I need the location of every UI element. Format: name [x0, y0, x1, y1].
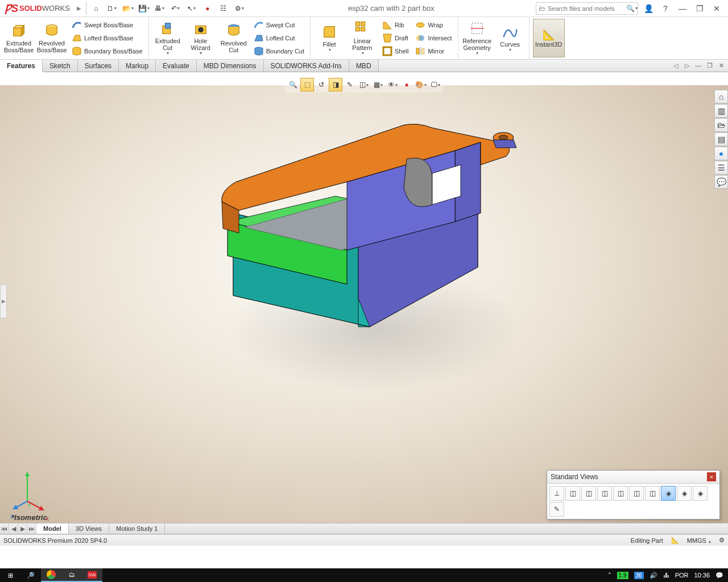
shell-button[interactable]: Shell	[379, 45, 412, 57]
extruded-boss-button[interactable]: Extruded Boss/Base	[2, 18, 35, 58]
tab-nav-last-button[interactable]: ⏭	[27, 523, 36, 534]
tab-mbd-dimensions[interactable]: MBD Dimensions	[197, 60, 264, 72]
hole-wizard-button[interactable]: Hole Wizard▾	[184, 18, 217, 58]
standard-views-close-button[interactable]: ×	[707, 472, 716, 481]
help-button[interactable]: ?	[659, 2, 672, 15]
view-right-button[interactable]: ◫	[613, 486, 628, 501]
tab-sketch[interactable]: Sketch	[43, 60, 78, 72]
select-button[interactable]: ↖▾	[184, 1, 199, 16]
panel-minimize-button[interactable]: ―	[694, 61, 703, 70]
rebuild-button[interactable]: ●	[200, 1, 215, 16]
tray-volume-button[interactable]: 🔊	[650, 572, 657, 579]
doc-tab-model[interactable]: Model	[36, 523, 69, 534]
taskpane-appearances-button[interactable]: ●	[714, 147, 728, 160]
taskbar-search-button[interactable]: 🔎	[20, 568, 41, 582]
options-list-button[interactable]: ☷	[216, 1, 231, 16]
swept-boss-button[interactable]: Swept Boss/Base	[68, 19, 146, 31]
hide-show-button[interactable]: 👁▾	[386, 78, 399, 92]
panel-close-button[interactable]: ✕	[717, 61, 726, 70]
tray-network-button[interactable]: 🖧	[663, 572, 669, 579]
new-button[interactable]: 🗋▾	[105, 1, 119, 16]
tab-surfaces[interactable]: Surfaces	[78, 60, 119, 72]
undo-button[interactable]: ↶▾	[168, 1, 183, 16]
lofted-boss-button[interactable]: Lofted Boss/Base	[68, 32, 146, 44]
taskpane-custom-props-button[interactable]: ☰	[714, 161, 728, 174]
taskbar-solidworks-button[interactable]: SW	[82, 568, 102, 582]
view-trimetric-button[interactable]: ◈	[677, 486, 692, 501]
dynamic-annotation-button[interactable]: ✎	[343, 78, 357, 92]
feature-tree-flyout[interactable]: ▶	[0, 284, 7, 318]
view-orientation-button[interactable]: ◫▾	[357, 78, 371, 92]
zoom-to-fit-button[interactable]: 🔍	[286, 78, 300, 92]
panel-restore-button[interactable]: ❐	[705, 61, 714, 70]
save-button[interactable]: 💾▾	[136, 1, 151, 16]
instant3d-button[interactable]: 📐 Instant3D	[533, 19, 565, 57]
mirror-button[interactable]: Mirror	[412, 45, 455, 57]
status-measure-icon[interactable]: 📐	[671, 537, 679, 544]
tab-mbd[interactable]: MBD	[349, 60, 379, 72]
status-custom-icon[interactable]: ⚙	[719, 537, 725, 544]
windows-start-button[interactable]: ⊞	[0, 568, 20, 582]
taskpane-forum-button[interactable]: 💬	[714, 175, 728, 189]
view-normal-to-button[interactable]: ⊥	[549, 486, 564, 501]
view-bottom-button[interactable]: ◫	[645, 486, 660, 501]
view-isometric-button[interactable]: ◈	[661, 486, 676, 501]
view-settings-button[interactable]: 🖵▾	[428, 78, 442, 92]
home-button[interactable]: ⌂	[89, 1, 104, 16]
swept-cut-button[interactable]: Swept Cut	[250, 19, 308, 31]
tab-nav-first-button[interactable]: ⏮	[0, 523, 9, 534]
view-link-button[interactable]: ✎	[549, 502, 564, 517]
apply-scene-button[interactable]: 🎨▾	[414, 78, 428, 92]
doc-tab-3dviews[interactable]: 3D Views	[69, 523, 109, 534]
section-view-button[interactable]: ◨	[329, 78, 342, 92]
panel-prev-button[interactable]: ◁	[671, 61, 680, 70]
display-style-button[interactable]: ▦▾	[371, 78, 385, 92]
intersect-button[interactable]: Intersect	[412, 32, 455, 44]
panel-next-button[interactable]: ▷	[682, 61, 692, 70]
tab-nav-next-button[interactable]: ▶	[18, 523, 27, 534]
open-button[interactable]: 📂▾	[121, 1, 135, 16]
draft-button[interactable]: Draft	[379, 32, 412, 44]
revolved-boss-button[interactable]: Revolved Boss/Base	[35, 18, 68, 58]
print-button[interactable]: 🖶▾	[152, 1, 167, 16]
menu-dropdown-icon[interactable]: ▶	[77, 5, 81, 11]
search-dropdown-icon[interactable]: ▾	[635, 6, 638, 11]
curves-button[interactable]: Curves▾	[494, 18, 527, 58]
user-button[interactable]: 👤	[642, 2, 655, 15]
reference-geometry-button[interactable]: Reference Geometry▾	[461, 18, 494, 58]
taskpane-home-button[interactable]: ⌂	[714, 90, 728, 103]
doc-tab-motion[interactable]: Motion Study 1	[109, 523, 165, 534]
tray-expand-button[interactable]: ˄	[608, 572, 611, 579]
tab-features[interactable]: Features	[0, 60, 43, 72]
fillet-button[interactable]: Fillet▾	[313, 18, 346, 58]
search-box[interactable]: 🗁 🔍 ▾	[536, 2, 638, 15]
view-left-button[interactable]: ◫	[597, 486, 612, 501]
taskbar-explorer-button[interactable]: 🗂	[61, 568, 82, 582]
zoom-to-area-button[interactable]: ⬚	[300, 78, 314, 92]
status-units[interactable]: MMGS ▴	[687, 537, 711, 544]
rib-button[interactable]: Rib	[379, 19, 412, 31]
extruded-cut-button[interactable]: Extruded Cut▾	[151, 18, 184, 58]
tab-addins[interactable]: SOLIDWORKS Add-Ins	[264, 60, 349, 72]
tray-temp[interactable]: 36	[634, 572, 644, 579]
tab-evaluate[interactable]: Evaluate	[156, 60, 197, 72]
tray-clock[interactable]: 10:36	[694, 572, 710, 579]
tray-net-speed[interactable]: 1.9	[617, 572, 628, 579]
boundary-boss-button[interactable]: Boundary Boss/Base	[68, 45, 146, 57]
tab-markup[interactable]: Markup	[119, 60, 156, 72]
taskpane-resources-button[interactable]: ▥	[714, 104, 728, 118]
tray-notifications-button[interactable]: 💬	[715, 572, 723, 579]
view-back-button[interactable]: ◫	[581, 486, 596, 501]
tab-nav-prev-button[interactable]: ◀	[9, 523, 18, 534]
previous-view-button[interactable]: ↺	[315, 78, 328, 92]
minimize-button[interactable]: ―	[676, 2, 689, 15]
tray-language[interactable]: POR	[675, 572, 689, 579]
edit-appearance-button[interactable]: ●	[400, 78, 413, 92]
taskpane-file-explorer-button[interactable]: 🗁	[714, 118, 728, 132]
linear-pattern-button[interactable]: Linear Pattern▾	[346, 18, 379, 58]
taskpane-view-palette-button[interactable]: ▤	[714, 132, 728, 146]
view-top-button[interactable]: ◫	[629, 486, 644, 501]
view-front-button[interactable]: ◫	[565, 486, 580, 501]
lofted-cut-button[interactable]: Lofted Cut	[250, 32, 308, 44]
revolved-cut-button[interactable]: Revolved Cut	[217, 18, 250, 58]
